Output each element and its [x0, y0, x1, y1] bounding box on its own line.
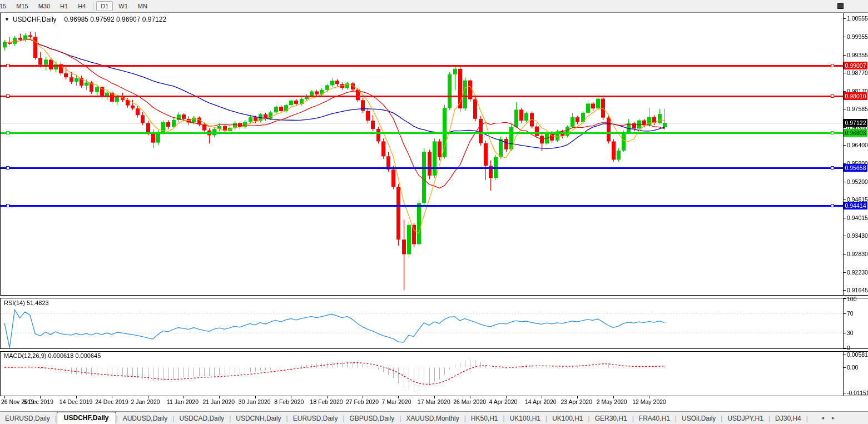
macd-indicator-label: MACD(12,26,9) 0.000618 0.000645: [4, 352, 101, 359]
price-axis-tick-label: 0.94015: [847, 215, 868, 221]
macd-axis-label: 0.005818: [847, 351, 868, 358]
tab-ger30-h1[interactable]: GER30,H1: [590, 413, 632, 424]
hline-price-badge: 0.98010: [844, 92, 867, 100]
tab-xauusd-monthly[interactable]: XAUUSD,Monthly: [401, 413, 464, 424]
price-axis-tick-label: 0.93430: [847, 232, 868, 239]
tab-eurusd-daily[interactable]: EURUSD,Daily: [0, 413, 55, 424]
time-axis-line: [0, 396, 868, 396]
chart-title: ▼ USDCHF,Daily 0.96985 0.97592 0.96907 0…: [4, 16, 166, 23]
symbol-tab-bar: EURUSD,Daily|USDCHF,Daily|AUDUSD,Daily|U…: [0, 411, 868, 424]
tab-uk100-h1[interactable]: UK100,H1: [547, 413, 588, 424]
date-axis-label: 14 Apr 2020: [525, 398, 557, 405]
price-axis-tick-label: 0.97585: [847, 106, 868, 112]
rsi-axis-label: 70: [847, 310, 854, 317]
tab-usdchf-daily[interactable]: USDCHF,Daily: [57, 412, 116, 424]
date-axis-label: 11 Jan 2020: [167, 398, 199, 405]
date-axis-label: 8 Feb 2020: [274, 398, 304, 405]
rsi-axis-label: 100: [847, 296, 857, 302]
date-axis-label: 17 Mar 2020: [418, 398, 450, 405]
tab-usdjpy-h1[interactable]: USDJPY,H1: [722, 413, 768, 424]
current-price-badge: 0.97122: [844, 119, 867, 127]
tab-usdcnh-daily[interactable]: USDCNH,Daily: [231, 413, 286, 424]
hline-price-badge: 0.99007: [844, 62, 867, 69]
tab-usoil-daily[interactable]: USOil,Daily: [677, 413, 721, 424]
price-axis-tick-label: 0.99355: [847, 52, 868, 58]
tab-dj30-h4[interactable]: DJ30,H4: [770, 413, 806, 424]
tab-hk50-h1[interactable]: HK50,H1: [466, 413, 503, 424]
date-axis-label: 4 Apr 2020: [489, 398, 518, 405]
date-axis-label: 2 Jan 2020: [131, 398, 160, 405]
price-axis-tick-label: 1.00555: [847, 15, 868, 22]
rsi-axis-label: 0: [847, 345, 850, 351]
hline-price-badge: 0.95658: [844, 164, 867, 172]
rsi-macd-divider[interactable]: [0, 348, 868, 352]
tab-audusd-daily[interactable]: AUDUSD,Daily: [118, 413, 173, 424]
price-axis-tick-label: 0.95200: [847, 178, 868, 185]
price-axis-tick-label: 0.92230: [847, 269, 868, 276]
macd-axis-label: -0.011514: [847, 390, 868, 396]
date-axis-label: 30 Jan 2020: [239, 398, 271, 405]
date-axis-label: 12 May 2020: [632, 398, 666, 405]
tab-separator: |: [806, 415, 808, 424]
tab-scroll-right-icon[interactable]: ▸: [832, 415, 835, 421]
date-axis-label: 5 Dec 2019: [23, 398, 53, 405]
tab-gbpusd-daily[interactable]: GBPUSD,Daily: [345, 413, 400, 424]
rsi-axis-label: 30: [847, 330, 854, 336]
tab-scroll-left-icon[interactable]: ◂: [821, 415, 824, 421]
date-axis-label: 27 Feb 2020: [346, 398, 379, 405]
chart-left-border: [0, 13, 1, 396]
date-axis-label: 14 Dec 2019: [59, 398, 93, 405]
collapse-ohlc-icon[interactable]: ▼: [4, 17, 9, 22]
chart-ohlc-values: 0.96985 0.97592 0.96907 0.97122: [65, 16, 167, 23]
tab-eurusd-daily[interactable]: EURUSD,Daily: [288, 413, 343, 424]
tab-usdcad-daily[interactable]: USDCAD,Daily: [174, 413, 229, 424]
trading-app-window: 15M15M30H1H4D1W1MN ▼ USDCHF,Daily 0.9698…: [0, 0, 868, 424]
date-axis-label: 18 Feb 2020: [310, 398, 343, 405]
hline-price-badge: 0.94414: [844, 202, 867, 209]
rsi-indicator-label: RSI(14) 51.4823: [4, 300, 49, 306]
main-rsi-divider[interactable]: [0, 295, 868, 298]
price-chart-canvas[interactable]: [0, 0, 868, 424]
price-axis-tick-label: 0.96400: [847, 142, 868, 148]
tab-fra40-h1[interactable]: FRA40,H1: [634, 413, 675, 424]
price-axis-tick-label: 0.98770: [847, 69, 868, 76]
date-axis-label: 21 Jan 2020: [202, 398, 235, 405]
date-axis-label: 26 Mar 2020: [453, 398, 486, 405]
tab-scroll-arrows: ◂ ▸: [821, 415, 835, 421]
price-axis-tick-label: 0.91645: [847, 287, 868, 293]
macd-axis-label: 0.00: [847, 364, 858, 371]
chart-symbol-label: USDCHF,Daily: [13, 16, 57, 23]
date-axis-label: 7 Mar 2020: [381, 398, 411, 405]
price-axis-tick-label: 0.99955: [847, 33, 868, 40]
date-axis-label: 23 Apr 2020: [561, 398, 592, 405]
hline-price-badge: 0.96803: [844, 129, 867, 137]
date-axis-label: 2 May 2020: [597, 398, 627, 405]
price-axis-tick-label: 0.92830: [847, 251, 868, 257]
tab-uk100-h1[interactable]: UK100,H1: [505, 413, 545, 424]
date-axis-label: 24 Dec 2019: [95, 398, 128, 405]
